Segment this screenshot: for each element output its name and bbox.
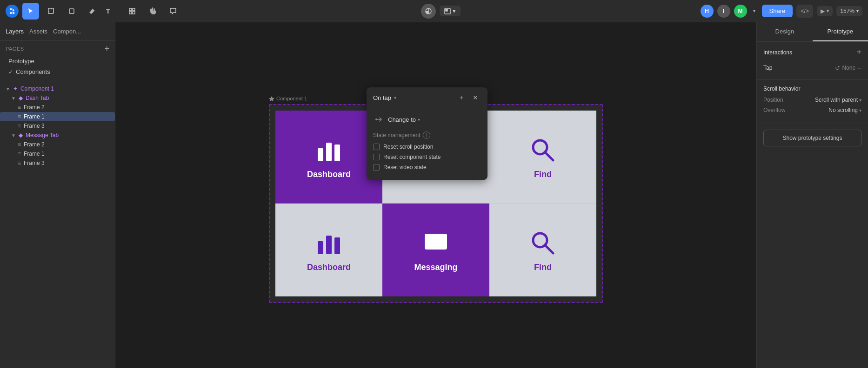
popup-body: Change to ▾ State management i Reset scr…: [367, 108, 487, 180]
svg-rect-24: [334, 237, 340, 254]
shape-tool[interactable]: [63, 3, 80, 20]
layer-label: Frame 3: [24, 123, 45, 129]
zoom-chevron: ▾: [856, 8, 859, 13]
reset-component-label: Reset component state: [383, 154, 441, 160]
layer-frame3b[interactable]: ≡ Frame 3: [0, 158, 115, 168]
avatar-m[interactable]: M: [734, 5, 747, 18]
svg-rect-23: [326, 235, 332, 254]
popup-trigger-chevron: ▾: [394, 95, 396, 100]
scroll-behavior-section: Scroll behavior Position Scroll with par…: [757, 80, 868, 123]
interaction-remove-button[interactable]: –: [857, 64, 861, 72]
find-label: Find: [534, 169, 552, 179]
svg-rect-16: [318, 148, 323, 161]
interaction-action-label: None: [842, 65, 855, 71]
reset-video-checkbox[interactable]: [373, 164, 380, 171]
interaction-popup: On tap ▾ + ✕ Change: [367, 87, 487, 180]
state-management-title: State management i: [373, 131, 481, 139]
layer-frame1[interactable]: ≡ Frame 1: [0, 112, 115, 121]
svg-rect-12: [133, 12, 135, 14]
comment-tool[interactable]: [165, 3, 181, 20]
reset-scroll-label: Reset scroll position: [383, 144, 433, 150]
interactions-add-button[interactable]: +: [856, 47, 861, 57]
change-to-button[interactable]: Change to ▾: [388, 116, 420, 123]
position-chevron: ▾: [859, 98, 861, 103]
app-logo[interactable]: [6, 5, 19, 18]
overflow-row: Overflow No scrolling ▾: [763, 107, 861, 113]
chevron-icon: ▼: [11, 96, 16, 101]
right-panel: Design Prototype Interactions + Tap ↺ No…: [756, 22, 868, 368]
position-value-button[interactable]: Scroll with parent ▾: [815, 97, 861, 103]
layer-frame2[interactable]: ≡ Frame 2: [0, 103, 115, 112]
tab-components[interactable]: Compon...: [53, 26, 81, 37]
change-to-text: Change to: [388, 116, 416, 123]
find-label2: Find: [534, 262, 552, 272]
frame-icon: ≡: [18, 113, 21, 120]
page-prototype[interactable]: Prototype: [6, 56, 109, 66]
tab-find-inactive[interactable]: Find: [489, 111, 596, 204]
pages-dropdown[interactable]: ▾: [440, 6, 461, 16]
hand-tool[interactable]: [144, 3, 161, 20]
tab-find-inactive2[interactable]: Find: [489, 204, 596, 296]
scroll-behavior-title: Scroll behavior: [763, 85, 861, 92]
avatar-dropdown[interactable]: ▾: [751, 7, 758, 15]
layer-message-tab[interactable]: ▼ ◆ Message Tab: [0, 131, 115, 140]
frame-tool[interactable]: [43, 3, 60, 20]
zoom-value: 157%: [840, 8, 855, 14]
avatar-i[interactable]: I: [717, 5, 730, 18]
popup-change-to-row: Change to ▾: [373, 114, 481, 125]
code-button[interactable]: </>: [796, 5, 813, 18]
tab-assets[interactable]: Assets: [29, 26, 47, 37]
cursor-tool[interactable]: [22, 3, 39, 20]
reset-component-checkbox[interactable]: [373, 154, 380, 160]
text-tool[interactable]: T: [104, 7, 112, 15]
page-components-check: ✓: [8, 69, 13, 75]
interaction-trigger-label: Tap: [763, 65, 772, 71]
pages-add-button[interactable]: +: [104, 45, 109, 53]
layer-dash-tab[interactable]: ▼ ◆ Dash Tab: [0, 93, 115, 103]
layer-frame1b[interactable]: ≡ Frame 1: [0, 149, 115, 158]
interaction-action-area[interactable]: ↺ None –: [835, 64, 861, 72]
component-icon: ◆: [19, 132, 23, 138]
popup-trigger-button[interactable]: On tap ▾: [373, 94, 396, 101]
checkbox-reset-scroll: Reset scroll position: [373, 144, 481, 150]
overflow-chevron: ▾: [859, 108, 861, 113]
change-to-icon: [373, 114, 384, 125]
reset-video-label: Reset video state: [383, 164, 427, 171]
canvas[interactable]: Component 1 Dashboard: [115, 22, 756, 368]
dashboard-label2: Dashboard: [307, 262, 351, 272]
popup-add-button[interactable]: +: [456, 92, 467, 103]
present-button[interactable]: ▶ ▾: [817, 6, 833, 16]
svg-rect-25: [425, 233, 447, 249]
show-prototype-settings-button[interactable]: Show prototype settings: [763, 130, 861, 146]
svg-line-21: [545, 151, 553, 160]
change-to-chevron: ▾: [418, 117, 420, 122]
share-button[interactable]: Share: [762, 5, 793, 17]
component-icon: ✦: [13, 85, 18, 92]
layer-label: Frame 3: [24, 160, 45, 166]
svg-rect-11: [129, 12, 132, 14]
zoom-level[interactable]: 157% ▾: [836, 6, 862, 16]
tab-layers[interactable]: Layers: [6, 26, 24, 37]
info-icon[interactable]: i: [423, 131, 430, 139]
layer-component1[interactable]: ▼ ✦ Component 1: [0, 84, 115, 93]
svg-rect-10: [133, 8, 135, 11]
pen-tool[interactable]: T: [84, 3, 100, 20]
tab-messaging-active[interactable]: Messaging: [382, 204, 489, 296]
overflow-value-button[interactable]: No scrolling ▾: [828, 107, 861, 113]
svg-rect-7: [69, 9, 74, 13]
avatar-h[interactable]: H: [701, 5, 714, 18]
popup-close-button[interactable]: ✕: [470, 92, 481, 103]
tab-prototype[interactable]: Prototype: [813, 22, 868, 41]
component-insert-tool[interactable]: [124, 3, 140, 20]
layer-frame3[interactable]: ≡ Frame 3: [0, 121, 115, 131]
topbar-center: ▾: [185, 4, 697, 19]
page-components[interactable]: ✓ Components: [6, 66, 109, 77]
tab-design[interactable]: Design: [757, 22, 813, 41]
theme-toggle[interactable]: [421, 4, 436, 19]
layer-frame2b[interactable]: ≡ Frame 2: [0, 140, 115, 149]
tab-dashboard-inactive[interactable]: Dashboard: [275, 204, 382, 296]
layer-label: Frame 1: [24, 151, 45, 157]
right-panel-tabs: Design Prototype: [757, 22, 868, 42]
reset-scroll-checkbox[interactable]: [373, 144, 380, 150]
position-value-text: Scroll with parent: [815, 97, 858, 103]
